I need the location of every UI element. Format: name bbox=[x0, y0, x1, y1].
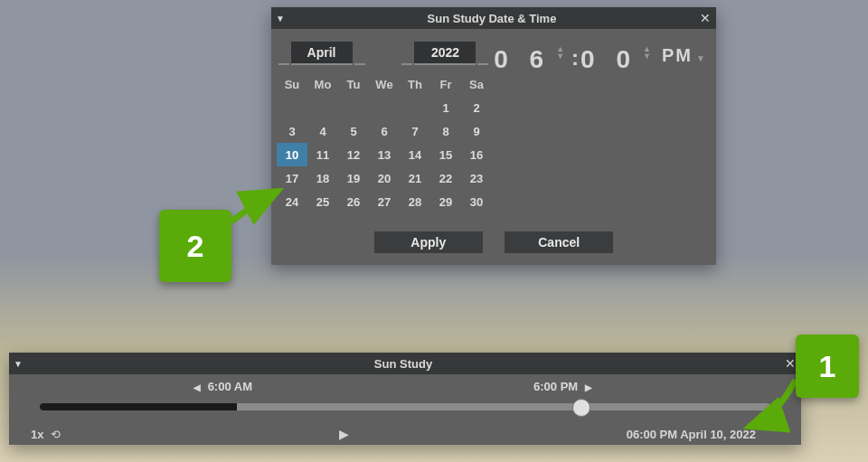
calendar-day[interactable]: 25 bbox=[307, 190, 338, 213]
calendar-weekday: Su bbox=[277, 72, 307, 96]
calendar-day[interactable]: 3 bbox=[277, 119, 307, 143]
calendar-weekday: Mo bbox=[307, 72, 338, 96]
timeline-footer: 1x ⟲ ▶ 06:00 PM April 10, 2022 bbox=[9, 423, 801, 445]
calendar-day[interactable]: 13 bbox=[369, 143, 400, 166]
calendar-day bbox=[277, 96, 307, 119]
dialog-titlebar: ▼ Sun Study Date & Time ✕ bbox=[271, 7, 716, 29]
dialog-button-row: Apply Cancel bbox=[271, 231, 716, 253]
time-colon: : bbox=[571, 45, 579, 71]
timeline-titlebar: ▼ Sun Study ✕ bbox=[9, 353, 801, 374]
collapse-icon[interactable]: ▼ bbox=[9, 359, 27, 369]
start-time-label[interactable]: ◀ 6:00 AM bbox=[190, 380, 252, 393]
timeline-title: Sun Study bbox=[27, 357, 779, 371]
cancel-button[interactable]: Cancel bbox=[505, 231, 613, 253]
calendar-day[interactable]: 6 bbox=[369, 119, 400, 143]
sun-study-timeline-panel: ▼ Sun Study ✕ ◀ 6:00 AM 6:00 PM ▶ 1x ⟲ ▶… bbox=[9, 353, 801, 445]
minute-spinner[interactable]: ▲▼ bbox=[643, 45, 651, 60]
calendar-weekday: We bbox=[369, 72, 400, 96]
calendar-day[interactable]: 20 bbox=[369, 166, 400, 190]
collapse-icon[interactable]: ▼ bbox=[271, 14, 289, 24]
arrow-left-icon: ◀ bbox=[193, 382, 201, 392]
calendar-day[interactable]: 29 bbox=[430, 190, 461, 213]
loop-icon[interactable]: ⟲ bbox=[51, 428, 61, 441]
calendar-day[interactable]: 12 bbox=[338, 143, 369, 166]
calendar-day bbox=[369, 96, 400, 119]
calendar-grid: SuMoTuWeThFrSa 1234567891011121314151617… bbox=[277, 72, 492, 213]
callout-1: 1 bbox=[796, 335, 859, 398]
calendar-weekday: Fr bbox=[430, 72, 461, 96]
calendar-day[interactable]: 4 bbox=[307, 119, 338, 143]
calendar-day[interactable]: 24 bbox=[277, 190, 307, 213]
callout-2: 2 bbox=[159, 210, 231, 282]
hour-spinner[interactable]: ▲▼ bbox=[556, 45, 564, 60]
timeline-timestamp[interactable]: 06:00 PM April 10, 2022 bbox=[627, 428, 756, 441]
calendar-day[interactable]: 18 bbox=[307, 166, 338, 190]
calendar-day bbox=[400, 96, 430, 119]
calendar-weekday: Tu bbox=[338, 72, 369, 96]
calendar-day[interactable]: 26 bbox=[338, 190, 369, 213]
month-dropdown[interactable]: April bbox=[291, 42, 353, 65]
apply-button[interactable]: Apply bbox=[374, 231, 483, 253]
calendar-day[interactable]: 8 bbox=[430, 119, 461, 143]
time-picker: 0 6 ▲▼ : 0 0 ▲▼ PM▼ bbox=[492, 29, 709, 213]
calendar-day[interactable]: 22 bbox=[430, 166, 461, 190]
calendar-day[interactable]: 2 bbox=[461, 96, 492, 119]
sun-study-datetime-dialog: ▼ Sun Study Date & Time ✕ April 2022 SuM… bbox=[271, 7, 716, 265]
ampm-selector[interactable]: PM▼ bbox=[662, 45, 707, 66]
year-dropdown[interactable]: 2022 bbox=[414, 42, 476, 65]
calendar-column: April 2022 SuMoTuWeThFrSa 12345678910111… bbox=[275, 29, 492, 213]
end-time-label[interactable]: 6:00 PM ▶ bbox=[533, 380, 596, 393]
calendar-day[interactable]: 11 bbox=[307, 143, 338, 166]
time-slider-dark bbox=[40, 403, 237, 410]
calendar-day[interactable]: 10 bbox=[277, 143, 307, 166]
calendar-day[interactable]: 16 bbox=[461, 143, 492, 166]
calendar-day[interactable]: 19 bbox=[338, 166, 369, 190]
calendar-day[interactable]: 15 bbox=[430, 143, 461, 166]
calendar-day[interactable]: 9 bbox=[461, 119, 492, 143]
calendar-day[interactable]: 1 bbox=[430, 96, 461, 119]
chevron-down-icon: ▼ bbox=[696, 53, 707, 63]
calendar-day[interactable]: 23 bbox=[461, 166, 492, 190]
calendar-day[interactable]: 5 bbox=[338, 119, 369, 143]
time-slider-handle[interactable] bbox=[572, 399, 590, 417]
calendar-day[interactable]: 21 bbox=[400, 166, 430, 190]
calendar-weekday: Th bbox=[400, 72, 430, 96]
calendar-day[interactable]: 7 bbox=[400, 119, 430, 143]
calendar-day[interactable]: 17 bbox=[277, 166, 307, 190]
calendar-day bbox=[307, 96, 338, 119]
calendar-day[interactable]: 30 bbox=[461, 190, 492, 213]
minute-digits: 0 0 bbox=[580, 45, 637, 74]
arrow-right-icon: ▶ bbox=[585, 382, 592, 392]
calendar-day[interactable]: 28 bbox=[400, 190, 430, 213]
dialog-title: Sun Study Date & Time bbox=[289, 12, 694, 25]
calendar-weekday: Sa bbox=[461, 72, 492, 96]
calendar-day[interactable]: 27 bbox=[369, 190, 400, 213]
calendar-day bbox=[338, 96, 369, 119]
calendar-day[interactable]: 14 bbox=[400, 143, 430, 166]
close-icon[interactable]: ✕ bbox=[694, 11, 716, 25]
play-button[interactable]: ▶ bbox=[61, 427, 626, 441]
playback-speed[interactable]: 1x bbox=[31, 428, 43, 441]
hour-digits: 0 6 bbox=[494, 45, 551, 74]
